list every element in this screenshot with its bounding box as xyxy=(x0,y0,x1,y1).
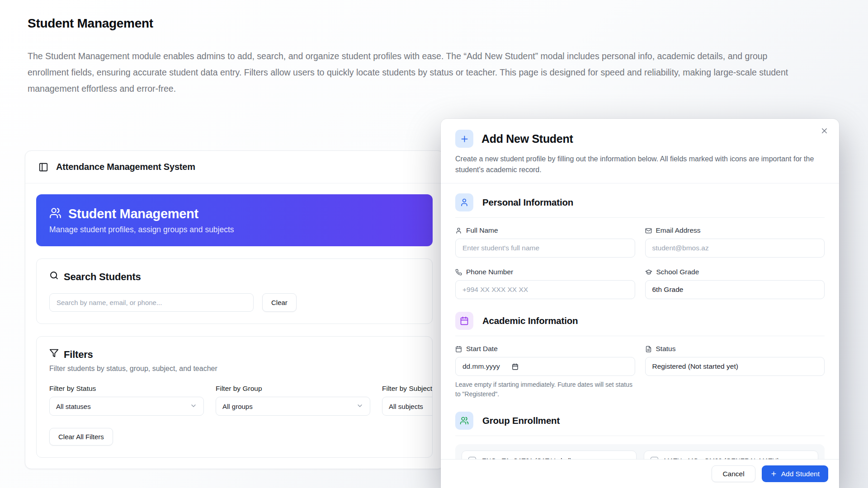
start-date-label: Start Date xyxy=(466,345,498,353)
phone-icon xyxy=(455,269,462,276)
full-name-label: Full Name xyxy=(466,226,498,235)
full-name-field[interactable] xyxy=(455,239,635,258)
calendar-icon xyxy=(455,346,462,352)
filter-group-group: Filter by Group All groups xyxy=(216,385,370,416)
user-icon xyxy=(455,193,473,211)
start-date-group: Start Date dd.mm.yyyy Leave empty if sta… xyxy=(455,345,635,399)
start-date-helper: Leave empty if starting immediately. Fut… xyxy=(455,380,635,399)
status-label: Status xyxy=(656,345,676,353)
school-grade-select[interactable]: 6th Grade xyxy=(645,280,825,299)
modal-title: Add New Student xyxy=(481,132,573,145)
status-select[interactable]: Registered (Not started yet) xyxy=(645,357,825,376)
group-options-container: ENG - TA -SAT01 (SAT Verbal) MATH - MG -… xyxy=(455,444,825,459)
add-student-modal: Add New Student Create a new student pro… xyxy=(441,119,839,488)
start-date-placeholder: dd.mm.yyyy xyxy=(462,362,500,371)
module-banner: Student Management Manage student profil… xyxy=(36,194,433,246)
filter-status-group: Filter by Status All statuses xyxy=(49,385,204,416)
filter-group-label: Filter by Group xyxy=(216,385,370,393)
group-filter-value: All groups xyxy=(222,403,253,410)
users-icon xyxy=(49,207,61,221)
chevron-down-icon xyxy=(356,402,363,411)
modal-description: Create a new student profile by filling … xyxy=(455,154,825,175)
graduation-cap-icon xyxy=(645,268,652,276)
status-filter-value: All statuses xyxy=(56,403,91,410)
clear-all-filters-button[interactable]: Clear All Filters xyxy=(49,428,113,446)
calendar-picker-icon[interactable] xyxy=(512,363,519,370)
group-enrollment-heading: Group Enrollment xyxy=(482,415,560,426)
add-student-button-label: Add Student xyxy=(781,470,820,478)
phone-label: Phone Number xyxy=(466,268,513,276)
search-input[interactable] xyxy=(49,293,254,312)
clear-search-button[interactable]: Clear xyxy=(262,293,297,312)
app-title: Attendance Management System xyxy=(56,162,195,172)
phone-group: Phone Number xyxy=(455,268,635,299)
school-grade-value: 6th Grade xyxy=(652,286,684,294)
filters-section: Filters Filter students by status, group… xyxy=(36,336,433,458)
mail-icon xyxy=(645,227,652,234)
chevron-down-icon xyxy=(190,402,197,411)
email-field[interactable] xyxy=(645,239,825,258)
search-heading: Search Students xyxy=(64,271,141,283)
search-icon xyxy=(49,271,59,283)
user-icon xyxy=(455,227,462,234)
email-label: Email Address xyxy=(656,226,701,235)
personal-information-section: Personal Information Full Name Email Add… xyxy=(455,193,825,299)
subject-filter-value: All subjects xyxy=(389,403,423,410)
search-section: Search Students Clear xyxy=(36,258,433,324)
banner-subtitle: Manage student profiles, assign groups a… xyxy=(49,225,420,235)
group-option-eng-sat01[interactable]: ENG - TA -SAT01 (SAT Verbal) xyxy=(462,450,637,459)
subject-filter-select[interactable]: All subjects xyxy=(382,397,433,416)
close-icon[interactable] xyxy=(818,125,830,138)
phone-field[interactable] xyxy=(455,280,635,299)
group-enrollment-section: Group Enrollment ENG - TA -SAT01 (SAT Ve… xyxy=(455,412,825,459)
filter-subject-group: Filter by Subject All subjects xyxy=(382,385,433,416)
status-group: Status Registered (Not started yet) xyxy=(645,345,825,399)
page-description: The Student Management module enables ad… xyxy=(28,48,796,97)
group-filter-select[interactable]: All groups xyxy=(216,397,370,416)
app-card-header: Attendance Management System xyxy=(25,151,443,183)
plus-icon xyxy=(770,470,777,477)
status-filter-select[interactable]: All statuses xyxy=(49,397,204,416)
filter-status-label: Filter by Status xyxy=(49,385,204,393)
add-student-button[interactable]: Add Student xyxy=(762,465,828,482)
banner-title: Student Management xyxy=(68,206,198,221)
modal-header: Add New Student Create a new student pro… xyxy=(441,119,839,183)
school-grade-group: School Grade 6th Grade xyxy=(645,268,825,299)
academic-information-section: Academic Information Start Date dd.mm.yy… xyxy=(455,312,825,399)
filters-subtitle: Filter students by status, group, subjec… xyxy=(49,365,420,373)
personal-information-heading: Personal Information xyxy=(482,197,573,208)
email-group: Email Address xyxy=(645,226,825,258)
file-text-icon xyxy=(645,346,652,352)
academic-information-heading: Academic Information xyxy=(482,315,578,326)
filters-heading: Filters xyxy=(64,349,93,361)
status-value: Registered (Not started yet) xyxy=(652,362,738,371)
full-name-group: Full Name xyxy=(455,226,635,258)
modal-body: Personal Information Full Name Email Add… xyxy=(441,183,839,459)
users-icon xyxy=(455,412,473,430)
cancel-button[interactable]: Cancel xyxy=(712,465,755,482)
attendance-management-card: Attendance Management System Student Man… xyxy=(25,150,444,469)
modal-footer: Cancel Add Student xyxy=(441,459,839,488)
group-option-math-gm03[interactable]: MATH - MG - GM03 (GENERAL MATH) xyxy=(644,450,819,459)
plus-icon xyxy=(455,130,473,148)
calendar-icon xyxy=(455,312,473,330)
school-grade-label: School Grade xyxy=(656,268,699,276)
panel-left-icon[interactable] xyxy=(38,162,48,172)
start-date-field[interactable]: dd.mm.yyyy xyxy=(455,357,635,376)
filter-subject-label: Filter by Subject xyxy=(382,385,433,393)
app-card-body: Student Management Manage student profil… xyxy=(25,183,443,469)
page-title: Student Management xyxy=(28,16,868,31)
filter-funnel-icon xyxy=(49,348,59,361)
